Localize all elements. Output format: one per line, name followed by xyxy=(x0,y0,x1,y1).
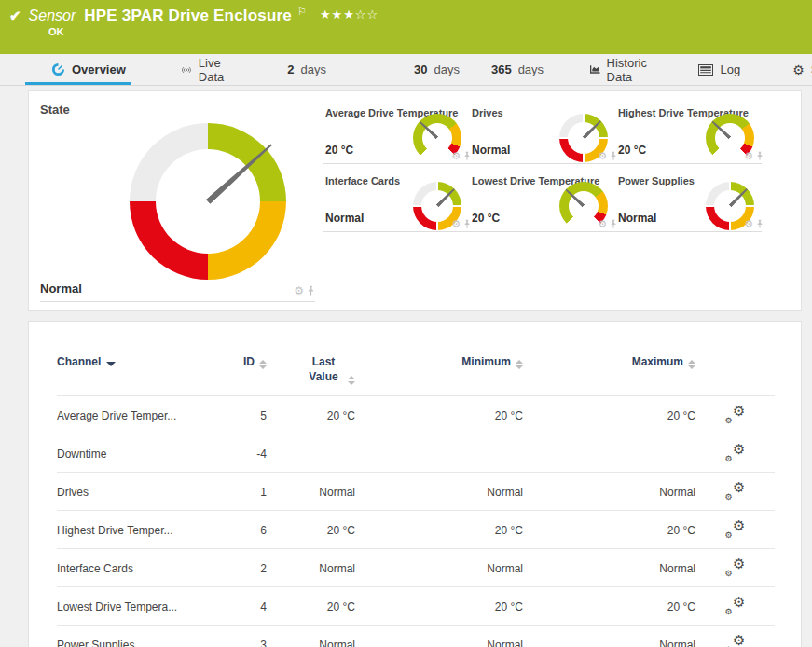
gear-icon[interactable]: ⚙ xyxy=(744,219,753,229)
channel-settings-cell: ⚙⚙ xyxy=(695,549,775,587)
status-check-icon: ✔ xyxy=(9,7,21,24)
channel-name-link[interactable]: Power Supplies xyxy=(57,626,220,647)
channel-settings-cell: ⚙⚙ xyxy=(695,626,775,647)
channel-name-link[interactable]: Highest Drive Temper... xyxy=(57,511,220,549)
mini-gauge-tile[interactable]: Interface Cards Normal ⚙ xyxy=(323,172,469,232)
gauge-needle xyxy=(419,120,439,140)
channel-name-link[interactable]: Lowest Drive Tempera... xyxy=(57,587,220,626)
gauge-tile-actions[interactable]: ⚙ xyxy=(451,219,471,229)
tab-number: 30 xyxy=(414,62,427,76)
pin-icon[interactable] xyxy=(756,219,764,229)
mini-gauge-tile[interactable]: Highest Drive Temperature 20 °C ⚙ xyxy=(615,103,762,164)
sensor-title: HPE 3PAR Drive Enclosure xyxy=(84,7,292,25)
gauge-tile-actions[interactable]: ⚙ xyxy=(451,151,471,161)
channel-settings-cell: ⚙⚙ xyxy=(695,473,775,511)
channel-settings-icon[interactable]: ⚙⚙ xyxy=(725,520,746,537)
channel-maximum xyxy=(523,434,695,473)
table-row: Downtime -4 ⚙⚙ xyxy=(57,434,775,473)
priority-flag-icon[interactable]: ⚐ xyxy=(297,6,307,18)
mini-gauge-tile[interactable]: Power Supplies Normal ⚙ xyxy=(615,172,762,232)
channel-settings-icon[interactable]: ⚙⚙ xyxy=(725,444,746,461)
channel-minimum xyxy=(355,434,523,473)
tab-label: Historic Data xyxy=(607,56,653,84)
sort-icon xyxy=(516,360,523,369)
gear-icon[interactable]: ⚙ xyxy=(451,219,461,229)
channel-name-link[interactable]: Drives xyxy=(57,473,220,511)
tab-settings[interactable]: ⚙ Settings xyxy=(791,54,812,85)
channel-minimum: Normal xyxy=(355,549,523,587)
tab-live-data[interactable]: Live Data xyxy=(179,54,232,85)
gear-icon[interactable]: ⚙ xyxy=(451,151,461,161)
gauge-value: Normal xyxy=(472,144,510,157)
tab-historic-data[interactable]: Historic Data xyxy=(588,54,654,85)
tab-label: days xyxy=(518,62,544,76)
gear-icon[interactable]: ⚙ xyxy=(598,151,607,161)
channel-settings-icon[interactable]: ⚙⚙ xyxy=(725,635,746,647)
gauge-needle xyxy=(711,120,732,140)
gauge-tile-actions[interactable]: ⚙ xyxy=(744,151,764,161)
channel-settings-icon[interactable]: ⚙⚙ xyxy=(725,406,746,422)
state-gauge-tile[interactable]: State Normal ⚙ xyxy=(40,91,315,302)
gauge-title: Interface Cards xyxy=(325,175,400,186)
sort-icon xyxy=(688,360,695,369)
pin-icon[interactable] xyxy=(307,285,315,296)
tab-log[interactable]: Log xyxy=(696,54,742,85)
gauge-title: State xyxy=(40,103,70,117)
gauge-value: 20 °C xyxy=(618,144,646,157)
mini-gauge-grid: Average Drive Temperature 20 °C ⚙ Drives… xyxy=(323,103,762,232)
gear-icon[interactable]: ⚙ xyxy=(598,219,607,229)
gauge-tile-actions[interactable]: ⚙ xyxy=(294,285,315,296)
table-row: Drives 1 Normal Normal Normal ⚙⚙ xyxy=(57,473,775,511)
column-header-last-value[interactable]: Last Value xyxy=(267,348,355,396)
channel-name-link[interactable]: Downtime xyxy=(57,434,220,473)
channel-settings-cell: ⚙⚙ xyxy=(695,511,775,549)
tab-number: 2 xyxy=(287,62,294,76)
priority-stars[interactable]: ★★★☆☆ xyxy=(320,7,378,21)
column-header-maximum[interactable]: Maximum xyxy=(523,348,695,396)
tab-overview[interactable]: Overview xyxy=(49,54,128,85)
channel-maximum: Normal xyxy=(523,473,695,511)
sort-caret-icon xyxy=(106,362,116,366)
channel-settings-icon[interactable]: ⚙⚙ xyxy=(725,597,746,613)
gear-icon[interactable]: ⚙ xyxy=(744,151,753,161)
channel-settings-icon[interactable]: ⚙⚙ xyxy=(725,482,746,499)
channel-settings-icon[interactable]: ⚙⚙ xyxy=(725,558,746,575)
channel-id: -4 xyxy=(220,434,267,473)
channel-id: 1 xyxy=(220,473,267,511)
prtg-sensor-page: ✔ Sensor HPE 3PAR Drive Enclosure ⚐ ★★★☆… xyxy=(0,0,812,647)
mini-gauge-tile[interactable]: Lowest Drive Temperature 20 °C ⚙ xyxy=(469,172,615,232)
gauge-tile-actions[interactable]: ⚙ xyxy=(598,151,617,161)
tab-2-days[interactable]: 2 days xyxy=(285,54,328,85)
column-header-minimum[interactable]: Minimum xyxy=(355,348,523,396)
gauge-tile-actions[interactable]: ⚙ xyxy=(598,219,617,229)
gauge-value: Normal xyxy=(40,282,82,296)
log-icon xyxy=(698,64,713,76)
channel-name-link[interactable]: Interface Cards xyxy=(57,549,220,587)
column-header-id[interactable]: ID xyxy=(220,348,267,396)
channel-minimum: Normal xyxy=(355,473,523,511)
gauge-needle xyxy=(436,187,456,207)
table-row: Interface Cards 2 Normal Normal Normal ⚙… xyxy=(57,549,775,587)
mini-gauge-tile[interactable]: Average Drive Temperature 20 °C ⚙ xyxy=(323,103,469,164)
gauge-tile-actions[interactable]: ⚙ xyxy=(744,219,764,229)
channel-id: 6 xyxy=(220,511,267,549)
column-header-channel[interactable]: Channel xyxy=(57,348,220,396)
live-data-icon xyxy=(181,63,192,76)
tab-bar: Overview Live Data 2 days 30 days 365 da… xyxy=(0,54,812,86)
channel-minimum: 20 °C xyxy=(355,396,523,434)
channel-last-value xyxy=(267,434,355,473)
sensor-header: ✔ Sensor HPE 3PAR Drive Enclosure ⚐ ★★★☆… xyxy=(0,0,812,54)
tab-365-days[interactable]: 365 days xyxy=(489,54,545,85)
column-header-settings xyxy=(695,348,775,396)
tab-30-days[interactable]: 30 days xyxy=(412,54,461,85)
gauge-needle xyxy=(583,119,602,139)
channel-table-header: Channel ID Last Value Minimum Maximum xyxy=(57,348,775,396)
pin-icon[interactable] xyxy=(756,151,764,161)
gauge-needle xyxy=(206,142,274,204)
channel-name-link[interactable]: Average Drive Temper... xyxy=(57,396,220,434)
table-row: Average Drive Temper... 5 20 °C 20 °C 20… xyxy=(57,396,775,434)
channel-maximum: 20 °C xyxy=(523,587,695,626)
tab-label: days xyxy=(434,62,459,76)
mini-gauge-tile[interactable]: Drives Normal ⚙ xyxy=(469,103,615,164)
gear-icon[interactable]: ⚙ xyxy=(294,285,304,296)
